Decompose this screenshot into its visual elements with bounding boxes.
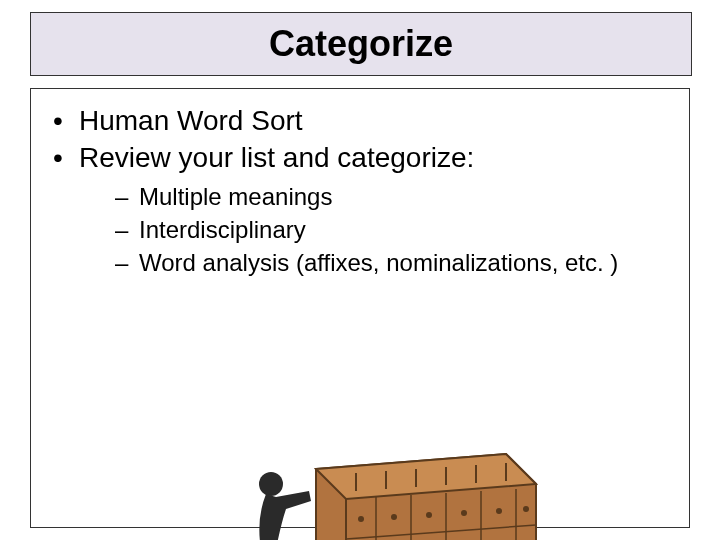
sub-bullet-item: Interdisciplinary — [119, 214, 689, 245]
svg-point-15 — [358, 516, 364, 522]
slide-title: Categorize — [269, 23, 453, 65]
sub-bullet-text: Word analysis (affixes, nominalizations,… — [139, 249, 618, 276]
svg-point-29 — [259, 472, 283, 496]
bullet-list: Human Word Sort Review your list and cat… — [31, 103, 689, 279]
bullet-text: Human Word Sort — [79, 105, 303, 136]
svg-point-16 — [391, 514, 397, 520]
sub-bullet-item: Word analysis (affixes, nominalizations,… — [119, 247, 689, 278]
sub-bullet-text: Multiple meanings — [139, 183, 332, 210]
bullet-item: Review your list and categorize: Multipl… — [59, 140, 689, 279]
filing-illustration-icon — [216, 429, 546, 540]
sub-bullet-text: Interdisciplinary — [139, 216, 306, 243]
svg-point-19 — [496, 508, 502, 514]
bullet-text: Review your list and categorize: — [79, 142, 474, 173]
body-box: Human Word Sort Review your list and cat… — [30, 88, 690, 528]
sub-bullet-item: Multiple meanings — [119, 181, 689, 212]
svg-point-20 — [523, 506, 529, 512]
sub-bullet-list: Multiple meanings Interdisciplinary Word… — [79, 181, 689, 279]
svg-point-18 — [461, 510, 467, 516]
svg-point-17 — [426, 512, 432, 518]
title-box: Categorize — [30, 12, 692, 76]
slide: Categorize Human Word Sort Review your l… — [0, 0, 720, 540]
bullet-item: Human Word Sort — [59, 103, 689, 138]
